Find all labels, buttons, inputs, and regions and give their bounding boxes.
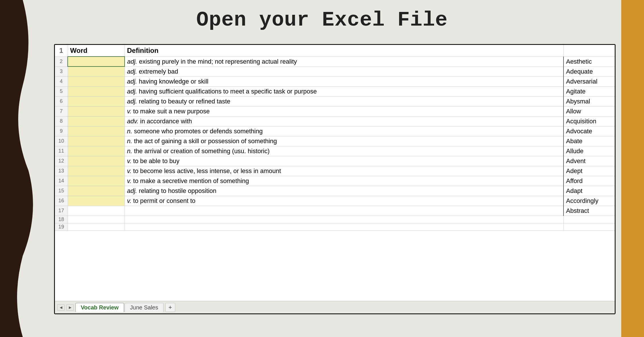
row-number: 14 <box>55 176 68 186</box>
answer-cell: Abstract <box>564 206 615 216</box>
tab-nav-next[interactable]: ▶ <box>66 304 74 311</box>
row-number: 4 <box>55 76 68 86</box>
row-number: 2 <box>55 57 68 66</box>
definition-cell <box>125 206 564 216</box>
definition-cell: adj. relating to beauty or refined taste <box>125 96 564 106</box>
definition-cell <box>125 223 564 230</box>
header-word-col: Word <box>68 45 125 57</box>
row-number: 13 <box>55 166 68 176</box>
word-cell[interactable] <box>68 186 125 196</box>
word-cell[interactable] <box>68 76 125 86</box>
word-cell[interactable] <box>68 116 125 126</box>
answer-cell: Adapt <box>564 186 615 196</box>
answer-cell: Abate <box>564 136 615 146</box>
definition-cell: v. to be able to buy <box>125 156 564 166</box>
table-row: 8adv. in accordance withAcquisition <box>55 116 615 126</box>
definition-cell: n. the act of gaining a skill or possess… <box>125 136 564 146</box>
table-row: 5adj. having sufficient qualifications t… <box>55 86 615 96</box>
table-row: 12v. to be able to buyAdvent <box>55 156 615 166</box>
word-cell[interactable] <box>68 136 125 146</box>
answer-cell: Abysmal <box>564 96 615 106</box>
answer-cell: Advocate <box>564 126 615 136</box>
answer-cell <box>564 223 615 230</box>
row-number: 12 <box>55 156 68 166</box>
tab-nav-prev[interactable]: ◀ <box>57 304 65 311</box>
tab-add-button[interactable]: + <box>165 303 175 312</box>
table-row: 18 <box>55 216 615 223</box>
word-cell[interactable] <box>68 206 125 216</box>
spreadsheet-container: 1 Word Definition 2adj. existing purely … <box>54 44 616 314</box>
word-cell[interactable] <box>68 106 125 116</box>
row-number: 5 <box>55 86 68 96</box>
definition-cell <box>125 216 564 223</box>
table-row: 3adj. extremely badAdequate <box>55 66 615 76</box>
row-number: 9 <box>55 126 68 136</box>
table-row: 2adj. existing purely in the mind; not r… <box>55 57 615 66</box>
table-row: 7v. to make suit a new purposeAllow <box>55 106 615 116</box>
word-cell[interactable] <box>68 196 125 206</box>
table-row: 13v. to become less active, less intense… <box>55 166 615 176</box>
table-row: 10n. the act of gaining a skill or posse… <box>55 136 615 146</box>
word-cell[interactable] <box>68 176 125 186</box>
word-cell[interactable] <box>68 66 125 76</box>
answer-cell: Adequate <box>564 66 615 76</box>
row-number: 3 <box>55 66 68 76</box>
definition-cell: adv. in accordance with <box>125 116 564 126</box>
row-number: 15 <box>55 186 68 196</box>
table-row: 14v. to make a secretive mention of some… <box>55 176 615 186</box>
row-number: 16 <box>55 196 68 206</box>
definition-cell: v. to make suit a new purpose <box>125 106 564 116</box>
row-number: 10 <box>55 136 68 146</box>
table-row: 9n. someone who promotes or defends some… <box>55 126 615 136</box>
header-row-num: 1 <box>55 45 68 57</box>
table-row: 17Abstract <box>55 206 615 216</box>
row-number: 6 <box>55 96 68 106</box>
word-cell[interactable] <box>68 216 125 223</box>
answer-cell: Agitate <box>564 86 615 96</box>
definition-cell: adj. having sufficient qualifications to… <box>125 86 564 96</box>
definition-cell: n. the arrival or creation of something … <box>125 146 564 156</box>
definition-cell: n. someone who promotes or defends somet… <box>125 126 564 136</box>
row-number: 19 <box>55 223 68 230</box>
word-cell[interactable] <box>68 156 125 166</box>
answer-cell: Aesthetic <box>564 57 615 66</box>
header-definition-col: Definition <box>125 45 564 57</box>
row-number: 8 <box>55 116 68 126</box>
table-row: 11n. the arrival or creation of somethin… <box>55 146 615 156</box>
table-body: 2adj. existing purely in the mind; not r… <box>55 57 615 230</box>
word-cell[interactable] <box>68 146 125 156</box>
word-cell[interactable] <box>68 166 125 176</box>
answer-cell: Afford <box>564 176 615 186</box>
table-row: 15adj. relating to hostile oppositionAda… <box>55 186 615 196</box>
row-number: 17 <box>55 206 68 216</box>
right-sidebar <box>621 0 644 337</box>
left-sidebar <box>0 0 34 337</box>
row-number: 18 <box>55 216 68 223</box>
definition-cell: adj. extremely bad <box>125 66 564 76</box>
spreadsheet-body: 1 Word Definition 2adj. existing purely … <box>55 45 615 301</box>
word-cell[interactable] <box>68 223 125 230</box>
answer-cell: Accordingly <box>564 196 615 206</box>
definition-cell: adj. having knowledge or skill <box>125 76 564 86</box>
table-row: 16v. to permit or consent toAccordingly <box>55 196 615 206</box>
answer-cell: Acquisition <box>564 116 615 126</box>
row-number: 11 <box>55 146 68 156</box>
tab-bar: ◀ ▶ Vocab Review June Sales + <box>55 301 615 313</box>
spreadsheet-table: 1 Word Definition 2adj. existing purely … <box>55 45 615 231</box>
answer-cell: Adversarial <box>564 76 615 86</box>
tab-vocab-review[interactable]: Vocab Review <box>75 303 124 312</box>
tab-june-sales[interactable]: June Sales <box>125 303 164 312</box>
answer-cell: Advent <box>564 156 615 166</box>
answer-cell <box>564 216 615 223</box>
definition-cell: v. to make a secretive mention of someth… <box>125 176 564 186</box>
definition-cell: adj. existing purely in the mind; not re… <box>125 57 564 66</box>
row-number: 7 <box>55 106 68 116</box>
definition-cell: v. to become less active, less intense, … <box>125 166 564 176</box>
definition-cell: adj. relating to hostile opposition <box>125 186 564 196</box>
word-cell[interactable] <box>68 126 125 136</box>
word-cell[interactable] <box>68 96 125 106</box>
word-cell[interactable] <box>68 57 125 66</box>
table-row: 19 <box>55 223 615 230</box>
answer-cell: Allude <box>564 146 615 156</box>
word-cell[interactable] <box>68 86 125 96</box>
